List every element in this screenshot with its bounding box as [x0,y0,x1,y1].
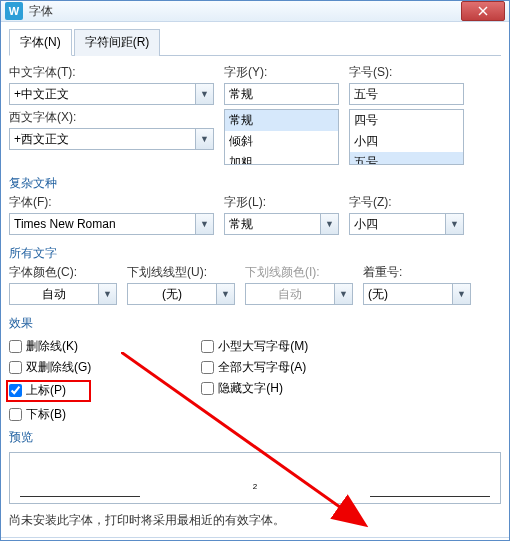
close-icon [478,6,488,16]
list-item[interactable]: 常规 [225,110,338,131]
tabs: 字体(N) 字符间距(R) [9,28,501,56]
list-item[interactable]: 小四 [350,131,463,152]
list-item[interactable]: 四号 [350,110,463,131]
footer: 默认(D)... 文本效果(E)... 确定 取消 [1,537,509,541]
color-label: 字体颜色(C): [9,264,117,281]
list-item[interactable]: 五号 [350,152,463,165]
tab-font[interactable]: 字体(N) [9,29,72,56]
list-item[interactable]: 加粗 [225,152,338,165]
check-subscript[interactable]: 下标(B) [9,406,91,423]
cn-font-label: 中文字体(T): [9,64,214,81]
chevron-down-icon: ▼ [334,284,352,304]
complex-font-value: Times New Roman [10,217,195,231]
complex-style-label: 字形(L): [224,194,339,211]
preview-box: 2 [9,452,501,504]
ulcolor-combo: 自动 ▼ [245,283,353,305]
chevron-down-icon: ▼ [98,284,116,304]
check-superscript[interactable]: 上标(P) [9,382,85,399]
color-combo[interactable]: 自动 ▼ [9,283,117,305]
ulcolor-label: 下划线颜色(I): [245,264,353,281]
complex-font-combo[interactable]: Times New Roman ▼ [9,213,214,235]
preview-sample: 2 [253,482,257,491]
close-button[interactable] [461,1,505,21]
cn-font-value: +中文正文 [10,86,195,103]
chevron-down-icon: ▼ [195,214,213,234]
complex-size-value: 小四 [350,216,445,233]
west-font-combo[interactable]: +西文正文 ▼ [9,128,214,150]
west-font-label: 西文字体(X): [9,109,214,126]
font-dialog: W 字体 字体(N) 字符间距(R) 中文字体(T): +中文正文 ▼ 字形(Y… [0,0,510,541]
style-input[interactable]: 常规 [224,83,339,105]
preview-underline [20,496,140,497]
preview-underline [370,496,490,497]
style-value: 常规 [225,86,338,103]
tab-spacing[interactable]: 字符间距(R) [74,29,161,56]
complex-size-combo[interactable]: 小四 ▼ [349,213,464,235]
color-value: 自动 [10,286,98,303]
titlebar: W 字体 [1,1,509,22]
ulcolor-value: 自动 [246,286,334,303]
window-title: 字体 [29,3,457,20]
chevron-down-icon: ▼ [195,84,213,104]
highlight-box: 上标(P) [6,380,91,402]
style-label: 字形(Y): [224,64,339,81]
size-input[interactable]: 五号 [349,83,464,105]
complex-size-label: 字号(Z): [349,194,464,211]
size-value: 五号 [350,86,463,103]
preview-title: 预览 [9,429,501,446]
alltext-title: 所有文字 [9,245,501,262]
style-listbox[interactable]: 常规 倾斜 加粗 [224,109,339,165]
check-strike[interactable]: 删除线(K) [9,338,91,355]
chevron-down-icon: ▼ [195,129,213,149]
size-label: 字号(S): [349,64,464,81]
ulstyle-label: 下划线线型(U): [127,264,235,281]
check-dblstrike[interactable]: 双删除线(G) [9,359,91,376]
size-listbox[interactable]: 四号 小四 五号 [349,109,464,165]
check-smallcaps[interactable]: 小型大写字母(M) [201,338,308,355]
complex-style-value: 常规 [225,216,320,233]
check-allcaps[interactable]: 全部大写字母(A) [201,359,308,376]
chevron-down-icon: ▼ [216,284,234,304]
emphasis-combo[interactable]: (无) ▼ [363,283,471,305]
emphasis-value: (无) [364,286,452,303]
complex-title: 复杂文种 [9,175,501,192]
font-note: 尚未安装此字体，打印时将采用最相近的有效字体。 [9,512,501,529]
effects-title: 效果 [9,315,501,332]
ulstyle-value: (无) [128,286,216,303]
check-hidden[interactable]: 隐藏文字(H) [201,380,308,397]
chevron-down-icon: ▼ [445,214,463,234]
chevron-down-icon: ▼ [320,214,338,234]
complex-style-combo[interactable]: 常规 ▼ [224,213,339,235]
emphasis-label: 着重号: [363,264,471,281]
cn-font-combo[interactable]: +中文正文 ▼ [9,83,214,105]
app-logo-icon: W [5,2,23,20]
complex-font-label: 字体(F): [9,194,214,211]
chevron-down-icon: ▼ [452,284,470,304]
west-font-value: +西文正文 [10,131,195,148]
ulstyle-combo[interactable]: (无) ▼ [127,283,235,305]
list-item[interactable]: 倾斜 [225,131,338,152]
